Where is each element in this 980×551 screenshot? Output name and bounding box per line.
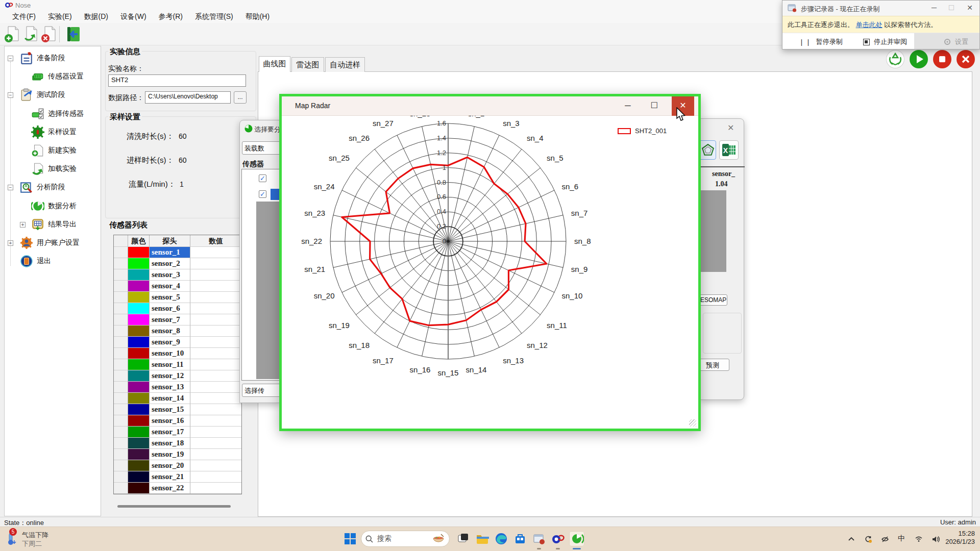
sensor-name-cell[interactable]: sensor_13 [150,382,190,393]
sensor-row-sensor_13[interactable]: sensor_13 [114,382,241,393]
sensor-row-sensor_12[interactable]: sensor_12 [114,370,241,382]
stop-and-review-button[interactable]: 停止并审阅 [863,36,907,48]
map-radar-titlebar[interactable]: Map Radar ─ ☐ ✕ [282,96,698,116]
sensor-name-cell[interactable]: sensor_3 [150,269,190,281]
start-run-button[interactable] [910,50,928,68]
recycle-button[interactable] [886,50,904,68]
sensor-name-cell[interactable]: sensor_22 [150,483,190,494]
sensor-row-sensor_15[interactable]: sensor_15 [114,404,241,415]
sensor-row-sensor_20[interactable]: sensor_20 [114,460,241,471]
tab-autosample[interactable]: 自动进样 [325,57,365,72]
sensor-name-cell[interactable]: sensor_14 [150,393,190,404]
sensor-name-cell[interactable]: sensor_2 [150,258,190,269]
sensor-name-cell[interactable]: sensor_20 [150,460,190,471]
sensor-select-checkbox-2[interactable]: ✓ [259,190,266,198]
sensor-row-sensor_21[interactable]: sensor_21 [114,471,241,483]
sensor-row-sensor_1[interactable]: sensor_1 [114,247,241,258]
sensor-row-sensor_7[interactable]: sensor_7 [114,314,241,325]
volume-icon[interactable] [932,534,940,543]
menu-item-4[interactable]: 参考(R) [153,11,189,23]
eye-off-icon[interactable] [881,534,889,543]
sensor-name-cell[interactable]: sensor_5 [150,292,190,303]
sr-minimize-button[interactable]: ─ [925,1,943,16]
sensor-name-cell[interactable]: sensor_1 [150,247,190,258]
load-experiment-toolbar-icon[interactable] [22,26,39,43]
sensor-name-cell[interactable]: sensor_4 [150,281,190,292]
menu-item-6[interactable]: 帮助(H) [239,11,276,23]
close-run-button[interactable] [957,50,975,68]
sensor-row-sensor_11[interactable]: sensor_11 [114,359,241,370]
sr-maximize-button[interactable]: ☐ [943,1,960,16]
collapse-icon[interactable]: − [8,92,13,98]
sensor-name-cell[interactable]: sensor_9 [150,337,190,348]
menu-item-2[interactable]: 数据(D) [78,11,114,23]
sensor-select-checkbox-1[interactable]: ✓ [259,174,266,182]
tab-curve[interactable]: 曲线图 [259,56,290,72]
taskbar-clock[interactable]: 15:28 2026/1/23 [945,530,975,546]
select-sensors-button[interactable]: 选择传 [242,384,281,397]
data-path-input[interactable]: C:\Users\Lenovo\Desktop [145,91,231,104]
load-data-button[interactable]: 装载数 [242,141,281,155]
sr-settings-button[interactable]: 设置 [944,36,968,48]
edge-icon[interactable] [494,531,509,546]
sensor-row-sensor_22[interactable]: sensor_22 [114,483,241,494]
data-analysis-taskbar-icon[interactable] [569,531,584,546]
store-icon[interactable] [512,531,528,546]
expand-icon[interactable]: + [8,240,13,246]
collapse-icon[interactable]: − [8,185,13,190]
steps-recorder-taskbar-icon[interactable] [531,531,547,546]
start-button[interactable] [343,532,357,546]
maximize-button[interactable]: ☐ [643,96,666,116]
sensor-row-sensor_5[interactable]: sensor_5 [114,292,241,303]
minimize-button[interactable]: ─ [617,96,639,116]
sensor-row-sensor_4[interactable]: sensor_4 [114,281,241,292]
sr-close-button[interactable]: ✕ [961,1,978,16]
sensor-name-cell[interactable]: sensor_12 [150,370,190,382]
sensor-name-cell[interactable]: sensor_19 [150,449,190,460]
sensor-name-cell[interactable]: sensor_17 [150,427,190,438]
menu-item-0[interactable]: 文件(F) [6,11,42,23]
banner-link[interactable]: 单击此处 [856,21,883,29]
sensor-row-sensor_14[interactable]: sensor_14 [114,393,241,404]
chevron-up-icon[interactable] [847,534,855,543]
excel-export-button[interactable]: X [719,140,739,160]
sensor-row-sensor_17[interactable]: sensor_17 [114,427,241,438]
browse-path-button[interactable]: ... [234,91,247,104]
sensor-name-cell[interactable]: sensor_8 [150,325,190,337]
weather-widget[interactable]: 5 气温下降 下周二 [5,530,48,548]
sensor-row-sensor_2[interactable]: sensor_2 [114,258,241,269]
sync-icon[interactable] [864,534,872,543]
steps-recorder-titlebar[interactable]: 步骤记录器 - 现在正在录制 ─ ☐ ✕ [782,1,979,16]
sensor-row-sensor_19[interactable]: sensor_19 [114,449,241,460]
menu-item-3[interactable]: 设备(W) [114,11,153,23]
search-box[interactable]: 搜索 [361,531,450,547]
sensor-name-cell[interactable]: sensor_18 [150,438,190,449]
collapse-icon[interactable]: − [8,56,13,61]
analysis-panel-close-icon[interactable]: ✕ [727,123,734,133]
sensor-table-scrollbar[interactable] [117,505,231,508]
sensor-name-cell[interactable]: sensor_6 [150,303,190,314]
esomap-button[interactable]: ESOMAP [698,294,727,306]
close-experiment-toolbar-icon[interactable] [41,26,57,43]
wifi-icon[interactable] [915,534,923,543]
sensor-name-cell[interactable]: sensor_21 [150,471,190,483]
task-view-icon[interactable] [456,531,471,546]
sensor-row-sensor_10[interactable]: sensor_10 [114,348,241,359]
nose-taskbar-icon[interactable] [550,531,566,546]
sensor-name-cell[interactable]: sensor_7 [150,314,190,325]
sensor-row-sensor_8[interactable]: sensor_8 [114,325,241,337]
sensor-name-cell[interactable]: sensor_15 [150,404,190,415]
ime-icon[interactable]: 中 [898,534,905,543]
experiment-name-input[interactable]: SHT2 [108,74,246,87]
menu-item-1[interactable]: 实验(E) [42,11,78,23]
expand-icon[interactable]: + [20,222,26,228]
sensor-name-cell[interactable]: sensor_10 [150,348,190,359]
menu-item-5[interactable]: 系统管理(S) [189,11,239,23]
sensor-row-sensor_3[interactable]: sensor_3 [114,269,241,281]
sensor-board-toolbar-icon[interactable] [65,26,82,43]
sensor-name-cell[interactable]: sensor_16 [150,415,190,427]
stop-run-button[interactable] [933,50,951,68]
sensor-row-sensor_6[interactable]: sensor_6 [114,303,241,314]
sensor-name-cell[interactable]: sensor_11 [150,359,190,370]
file-explorer-icon[interactable] [475,531,490,546]
